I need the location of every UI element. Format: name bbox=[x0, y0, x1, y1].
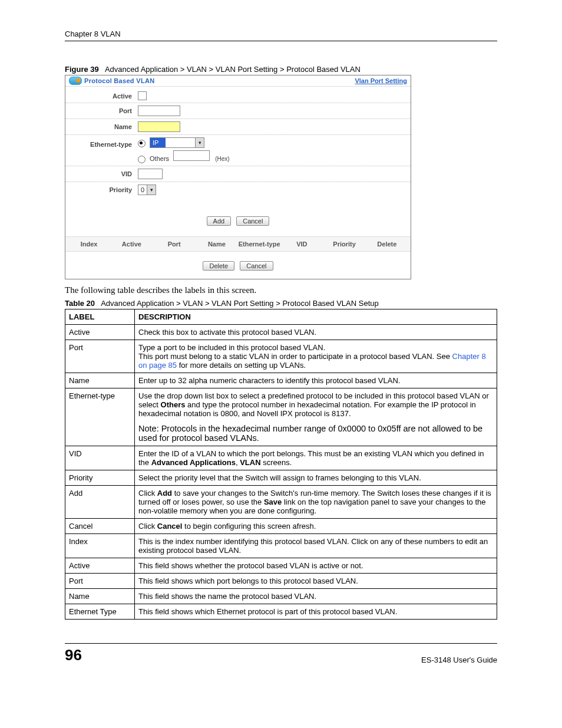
cell-label: Cancel bbox=[65, 518, 135, 533]
label-port: Port bbox=[70, 107, 132, 114]
col-vid: VID bbox=[280, 241, 323, 248]
col-port: Port bbox=[153, 241, 196, 248]
table-row: NameEnter up to 32 alpha numeric charact… bbox=[65, 373, 497, 388]
col-priority: Priority bbox=[323, 241, 366, 248]
label-vid: VID bbox=[70, 170, 132, 177]
label-name: Name bbox=[70, 123, 132, 130]
chevron-down-icon: ▾ bbox=[195, 138, 204, 147]
name-input[interactable] bbox=[138, 121, 180, 132]
col-name: Name bbox=[196, 241, 238, 248]
cell-description: This field shows which port belongs to t… bbox=[135, 573, 497, 588]
cell-label: Priority bbox=[65, 470, 135, 485]
description-table: LABEL DESCRIPTION ActiveCheck this box t… bbox=[65, 309, 497, 620]
cell-description: Enter the ID of a VLAN to which the port… bbox=[135, 446, 497, 470]
table-row: ActiveCheck this box to activate this pr… bbox=[65, 324, 497, 340]
cell-label: Name bbox=[65, 588, 135, 604]
cell-description: This field shows whether the protocol ba… bbox=[135, 558, 497, 573]
cell-label: Port bbox=[65, 340, 135, 373]
col-active: Active bbox=[110, 241, 153, 248]
cell-label: Active bbox=[65, 324, 135, 340]
radio-ip[interactable] bbox=[138, 140, 146, 147]
cell-label: Active bbox=[65, 558, 135, 573]
body-text: The following table describes the labels… bbox=[65, 285, 497, 295]
table-row: NameThis field shows the name the protoc… bbox=[65, 588, 497, 604]
label-priority: Priority bbox=[70, 186, 132, 193]
priority-select[interactable]: 0 ▾ bbox=[138, 185, 156, 195]
cell-description: This field shows the name the protocol b… bbox=[135, 588, 497, 604]
vid-input[interactable] bbox=[138, 169, 163, 179]
chevron-down-icon: ▾ bbox=[147, 185, 156, 195]
screenshot-panel: Protocol Based VLAN Vlan Port Setting Ac… bbox=[65, 75, 411, 279]
cell-label: Index bbox=[65, 533, 135, 558]
button-row-add: Add Cancel bbox=[65, 202, 411, 236]
delete-button[interactable]: Delete bbox=[203, 261, 234, 271]
radio-others[interactable] bbox=[138, 156, 146, 163]
col-delete: Delete bbox=[366, 241, 408, 248]
add-button[interactable]: Add bbox=[207, 216, 232, 226]
table-row: PortType a port to be included in this p… bbox=[65, 340, 497, 373]
table-caption: Table 20 Advanced Application > VLAN > V… bbox=[65, 299, 497, 308]
header-rule bbox=[65, 41, 497, 41]
ethernet-type-select[interactable]: IP ▾ bbox=[150, 137, 204, 148]
screenshot-title: Protocol Based VLAN bbox=[84, 77, 154, 84]
port-input[interactable] bbox=[138, 106, 180, 116]
hex-label: (Hex) bbox=[215, 156, 229, 162]
label-active: Active bbox=[70, 93, 132, 100]
cancel-button-2[interactable]: Cancel bbox=[240, 261, 273, 271]
cell-description: Click Add to save your changes to the Sw… bbox=[135, 485, 497, 518]
ethernet-type-value: IP bbox=[150, 138, 166, 147]
cell-label: Ethernet-type bbox=[65, 388, 135, 446]
table-row: CancelClick Cancel to begin configuring … bbox=[65, 518, 497, 533]
table-row: IndexThis is the index number identifyin… bbox=[65, 533, 497, 558]
cell-description: Type a port to be included in this proto… bbox=[135, 340, 497, 373]
chapter-header: Chapter 8 VLAN bbox=[65, 29, 497, 38]
table-caption-text: Advanced Application > VLAN > VLAN Port … bbox=[101, 299, 379, 308]
table-label: Table 20 bbox=[65, 299, 95, 308]
cell-description: This field shows which Ethernet protocol… bbox=[135, 604, 497, 619]
vlan-port-setting-link[interactable]: Vlan Port Setting bbox=[355, 77, 407, 84]
cell-description: Click Cancel to begin configuring this s… bbox=[135, 518, 497, 533]
cell-label: Ethernet Type bbox=[65, 604, 135, 619]
cell-label: Port bbox=[65, 573, 135, 588]
cell-label: Add bbox=[65, 485, 135, 518]
table-row: Ethernet-typeUse the drop down list box … bbox=[65, 388, 497, 446]
screenshot-titlebar: Protocol Based VLAN Vlan Port Setting bbox=[65, 75, 411, 87]
active-checkbox[interactable] bbox=[138, 91, 147, 100]
guide-name: ES-3148 User's Guide bbox=[421, 655, 497, 664]
table-row: PortThis field shows which port belongs … bbox=[65, 573, 497, 588]
th-description: DESCRIPTION bbox=[135, 309, 497, 324]
cancel-button[interactable]: Cancel bbox=[236, 216, 269, 226]
label-others: Others bbox=[150, 155, 169, 162]
table-row: PrioritySelect the priority level that t… bbox=[65, 470, 497, 485]
col-index: Index bbox=[68, 241, 110, 248]
grid-header: Index Active Port Name Ethernet-type VID… bbox=[65, 236, 411, 252]
cell-description: Check this box to activate this protocol… bbox=[135, 324, 497, 340]
page-footer: 96 ES-3148 User's Guide bbox=[65, 643, 497, 664]
title-pill-icon bbox=[69, 77, 82, 85]
figure-label: Figure 39 bbox=[65, 65, 99, 74]
th-label: LABEL bbox=[65, 309, 135, 324]
label-ethernet-type: Ethernet-type bbox=[70, 137, 132, 148]
cell-label: VID bbox=[65, 446, 135, 470]
cell-description: Use the drop down list box to select a p… bbox=[135, 388, 497, 446]
figure-caption: Figure 39 Advanced Application > VLAN > … bbox=[65, 65, 497, 74]
table-row: AddClick Add to save your changes to the… bbox=[65, 485, 497, 518]
figure-caption-text: Advanced Application > VLAN > VLAN Port … bbox=[105, 65, 361, 74]
cell-description: Enter up to 32 alpha numeric characters … bbox=[135, 373, 497, 388]
table-row: VIDEnter the ID of a VLAN to which the p… bbox=[65, 446, 497, 470]
table-row: ActiveThis field shows whether the proto… bbox=[65, 558, 497, 573]
table-row: Ethernet TypeThis field shows which Ethe… bbox=[65, 604, 497, 619]
others-hex-input[interactable] bbox=[173, 150, 210, 161]
page-number: 96 bbox=[65, 646, 82, 664]
cell-description: Select the priority level that the Switc… bbox=[135, 470, 497, 485]
cell-description: This is the index number identifying thi… bbox=[135, 533, 497, 558]
priority-value: 0 bbox=[138, 186, 147, 193]
button-row-delete: Delete Cancel bbox=[65, 252, 411, 279]
cell-label: Name bbox=[65, 373, 135, 388]
col-ethernet-type: Ethernet-type bbox=[238, 241, 280, 248]
